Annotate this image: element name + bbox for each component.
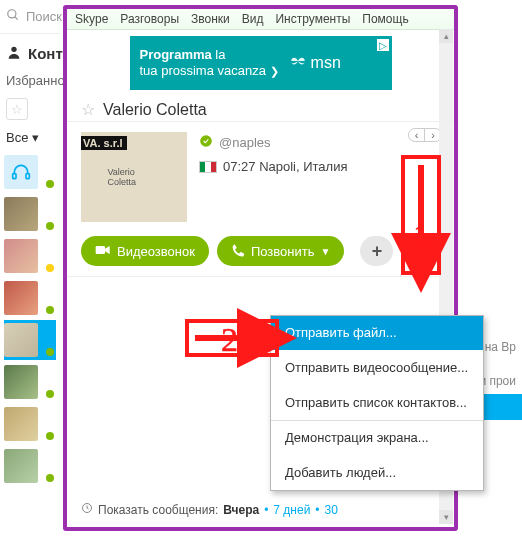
star-icon[interactable]: ☆ [81,100,95,119]
person-icon [6,44,22,63]
svg-rect-6 [96,246,105,254]
avatar [4,323,38,357]
plus-dropdown: Отправить файл... Отправить видеосообщен… [270,315,484,491]
search-icon [6,8,20,25]
menu-send-contacts[interactable]: Отправить список контактов... [271,385,483,420]
history-30days[interactable]: 30 [325,503,338,517]
history-7days[interactable]: 7 дней [273,503,310,517]
plus-icon: + [372,241,383,262]
menu-add-people[interactable]: Добавить людей... [271,455,483,490]
list-item[interactable] [4,278,56,318]
svg-point-0 [8,10,16,18]
ad-close-icon[interactable]: ▷ [376,38,390,52]
chevron-down-icon: ▼ [320,246,330,257]
contact-list [0,151,60,487]
svg-line-1 [15,17,18,20]
star-outline-icon: ☆ [6,98,28,120]
filter-all-label: Все [6,130,28,145]
avatar [4,239,38,273]
profile-row: VA. s.r.l Valerio Coletta @naples 07:27 … [67,121,454,232]
avatar [4,197,38,231]
contacts-header[interactable]: Контакты [0,34,60,67]
ad-bold: Programma [140,47,212,62]
scroll-down-icon[interactable]: ▾ [439,510,453,524]
location-line: 07:27 Napoli, Италия [199,159,348,174]
dot-icon: • [264,503,268,517]
menu-tools[interactable]: Инструменты [275,12,350,26]
svg-rect-4 [26,174,29,179]
contact-header: ☆ Valerio Coletta [67,98,454,121]
svg-point-5 [200,135,212,147]
svg-rect-3 [13,174,16,179]
ad-banner[interactable]: Programma la tua prossima vacanza ❯ msn … [130,36,392,90]
ad-rest: la [212,47,226,62]
phone-icon [231,243,245,260]
favorites-label: Избранное [0,67,60,94]
history-label: Показать сообщения: [98,503,218,517]
butterfly-icon [289,52,307,74]
menu-send-file[interactable]: Отправить файл... [271,316,483,350]
menu-screen-share[interactable]: Демонстрация экрана... [271,420,483,455]
status-online-icon [46,390,54,398]
list-item[interactable] [4,404,56,444]
list-item[interactable] [4,320,56,360]
menu-send-video[interactable]: Отправить видеосообщение... [271,350,483,385]
list-item[interactable] [4,446,56,486]
menu-conversations[interactable]: Разговоры [120,12,179,26]
profile-nav: ‹ › [408,128,442,142]
status-online-icon [46,180,54,188]
dot-icon: • [315,503,319,517]
profile-info: @naples 07:27 Napoli, Италия [199,132,348,222]
contact-location: 07:27 Napoli, Италия [223,159,348,174]
video-call-button[interactable]: Видеозвонок [81,236,209,266]
profile-picture[interactable]: VA. s.r.l Valerio Coletta [81,132,187,222]
contact-name: Valerio Coletta [103,101,207,119]
pic-center-text: Valerio Coletta [108,167,161,187]
flag-italy-icon [199,161,217,173]
search-row[interactable]: Поиск [0,0,60,34]
list-item[interactable] [4,236,56,276]
add-button[interactable]: + [360,236,393,266]
menu-skype[interactable]: Skype [75,12,108,26]
ad-text: Programma la tua prossima vacanza ❯ [140,47,279,78]
filter-all[interactable]: Все ▾ [0,124,60,151]
scroll-up-icon[interactable]: ▴ [439,29,453,43]
menu-calls[interactable]: Звонки [191,12,230,26]
avatar [4,155,38,189]
prev-button[interactable]: ‹ [409,129,425,141]
svg-point-2 [11,47,16,52]
signal-icon [412,245,430,257]
status-online-icon [46,348,54,356]
history-yesterday[interactable]: Вчера [223,503,259,517]
menubar: Skype Разговоры Звонки Вид Инструменты П… [67,9,454,30]
avatar [4,281,38,315]
ad-brand: msn [289,52,341,74]
status-online-icon [46,222,54,230]
status-online-icon [46,306,54,314]
avatar [4,449,38,483]
call-button[interactable]: Позвонить ▼ [217,236,344,266]
clock-icon [81,502,93,517]
pic-corner-text: VA. s.r.l [81,136,127,150]
chevron-right-icon: ❯ [270,65,279,77]
avatar [4,407,38,441]
signal-button[interactable] [401,236,440,266]
status-online-icon [46,474,54,482]
chevron-down-icon: ▾ [32,130,39,145]
video-icon [95,244,111,259]
menu-help[interactable]: Помощь [362,12,408,26]
status-away-icon [46,264,54,272]
search-placeholder: Поиск [26,9,62,24]
avatar [4,365,38,399]
contact-handle: @naples [219,135,271,150]
main-window-left: Поиск Контакты Избранное ☆ Все ▾ [0,0,60,541]
list-item[interactable] [4,152,56,192]
list-item[interactable] [4,362,56,402]
favorite-placeholder[interactable]: ☆ [0,94,60,124]
ad-line2: tua prossima vacanza [140,63,266,78]
list-item[interactable] [4,194,56,234]
menu-view[interactable]: Вид [242,12,264,26]
ad-brand-label: msn [311,54,341,72]
call-label: Позвонить [251,244,315,259]
action-row: Видеозвонок Позвонить ▼ + [67,232,454,277]
